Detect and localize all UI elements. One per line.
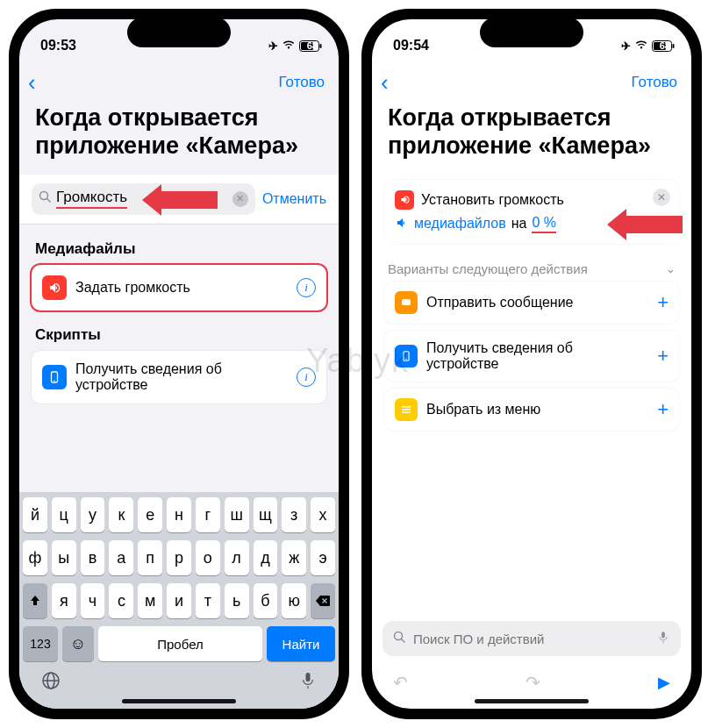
- key-о[interactable]: о: [196, 540, 220, 575]
- add-icon[interactable]: +: [657, 291, 669, 314]
- key-с[interactable]: с: [109, 583, 133, 618]
- key-и[interactable]: и: [167, 583, 191, 618]
- key-г[interactable]: г: [196, 497, 220, 532]
- redo-icon[interactable]: ↷: [526, 672, 540, 693]
- key-з[interactable]: з: [282, 497, 306, 532]
- key-shift[interactable]: [23, 583, 47, 618]
- annotation-arrow: [142, 187, 218, 213]
- key-ж[interactable]: ж: [282, 540, 306, 575]
- key-д[interactable]: д: [254, 540, 278, 575]
- key-т[interactable]: т: [196, 583, 220, 618]
- key-х[interactable]: х: [311, 497, 335, 532]
- info-icon[interactable]: i: [297, 278, 316, 297]
- key-э[interactable]: э: [311, 540, 335, 575]
- annotation-arrow: [607, 211, 683, 238]
- key-ц[interactable]: ц: [52, 497, 76, 532]
- key-е[interactable]: е: [138, 497, 162, 532]
- key-ю[interactable]: ю: [282, 583, 306, 618]
- suggestions-header[interactable]: Варианты следующего действия ⌄: [372, 253, 691, 282]
- key-ш[interactable]: ш: [225, 497, 249, 532]
- info-icon[interactable]: i: [297, 368, 316, 387]
- done-button[interactable]: Готово: [632, 74, 678, 91]
- notch: [127, 18, 231, 47]
- cancel-button[interactable]: Отменить: [262, 191, 326, 207]
- globe-icon[interactable]: [40, 670, 61, 696]
- key-к[interactable]: к: [109, 497, 133, 532]
- title-area: Когда открывается приложение «Камера»: [19, 100, 339, 175]
- add-icon[interactable]: +: [657, 345, 669, 368]
- menu-icon: [395, 398, 418, 421]
- key-search[interactable]: Найти: [267, 626, 335, 661]
- back-button[interactable]: ‹: [28, 69, 36, 96]
- status-time: 09:54: [393, 38, 429, 54]
- chevron-down-icon: ⌄: [666, 262, 676, 275]
- volume-icon: [395, 190, 414, 210]
- key-я[interactable]: я: [52, 583, 76, 618]
- suggestion-label: Отправить сообщение: [426, 295, 648, 310]
- workflow-on: на: [511, 216, 527, 232]
- key-й[interactable]: й: [23, 497, 47, 532]
- undo-icon[interactable]: ↶: [393, 672, 408, 693]
- suggestions-label: Варианты следующего действия: [388, 261, 588, 276]
- notch: [480, 18, 583, 47]
- key-б[interactable]: б: [254, 583, 278, 618]
- screen-left: 09:53 ✈︎ 68 ‹ Готово Когда открывается п…: [19, 19, 339, 709]
- key-123[interactable]: 123: [23, 626, 58, 661]
- svg-point-6: [54, 380, 55, 382]
- search-value: Громкость: [56, 189, 127, 209]
- workflow-media-param[interactable]: медиафайлов: [414, 216, 506, 232]
- search-icon: [39, 190, 52, 207]
- key-м[interactable]: м: [138, 583, 162, 618]
- kb-row-3: ячсмитьбю: [23, 583, 335, 618]
- key-ы[interactable]: ы: [52, 540, 76, 575]
- set-volume-action[interactable]: Задать громкость i: [32, 265, 326, 310]
- key-н[interactable]: н: [167, 497, 191, 532]
- mic-icon[interactable]: [298, 670, 318, 696]
- suggestion-send-message[interactable]: Отправить сообщение +: [384, 282, 679, 324]
- suggestion-menu[interactable]: Выбрать из меню +: [384, 389, 679, 431]
- key-у[interactable]: у: [81, 497, 105, 532]
- mic-icon[interactable]: [656, 630, 670, 648]
- device-icon: [42, 365, 67, 389]
- scripts-section: Скрипты Получить сведения об устройстве …: [19, 310, 339, 403]
- key-р[interactable]: р: [167, 540, 191, 575]
- workflow-action-card[interactable]: ✕ Установить громкость медиафайлов на 0 …: [384, 180, 679, 244]
- remove-action-icon[interactable]: ✕: [653, 189, 670, 206]
- sound-icon: [395, 216, 409, 232]
- svg-rect-17: [402, 406, 411, 408]
- back-button[interactable]: ‹: [381, 69, 389, 96]
- key-в[interactable]: в: [81, 540, 105, 575]
- home-indicator[interactable]: [475, 699, 589, 703]
- search-input[interactable]: [413, 632, 649, 646]
- add-icon[interactable]: +: [657, 398, 669, 421]
- volume-icon: [42, 275, 67, 300]
- key-ч[interactable]: ч: [81, 583, 105, 618]
- clear-icon[interactable]: ✕: [232, 191, 248, 207]
- suggestions-list: Отправить сообщение + Получить сведения …: [372, 282, 691, 431]
- scripts-section-label: Скрипты: [32, 318, 326, 351]
- bottom-search[interactable]: [383, 621, 681, 656]
- page-title: Когда открывается приложение «Камера»: [388, 103, 676, 161]
- workflow-value[interactable]: 0 %: [532, 215, 556, 233]
- key-л[interactable]: л: [225, 540, 249, 575]
- content: Громкость ✕ Отменить Медиафайлы Задать г…: [19, 175, 339, 709]
- key-щ[interactable]: щ: [254, 497, 278, 532]
- device-info-action[interactable]: Получить сведения об устройстве i: [32, 351, 326, 403]
- key-а[interactable]: а: [109, 540, 133, 575]
- key-п[interactable]: п: [138, 540, 162, 575]
- key-emoji[interactable]: ☺: [62, 626, 94, 661]
- suggestion-label: Получить сведения об устройстве: [426, 340, 648, 372]
- key-space[interactable]: Пробел: [98, 626, 262, 661]
- svg-rect-19: [402, 411, 411, 413]
- key-backspace[interactable]: [311, 583, 335, 618]
- set-volume-label: Задать громкость: [75, 280, 288, 296]
- suggestion-label: Выбрать из меню: [426, 402, 648, 418]
- suggestion-device-info[interactable]: Получить сведения об устройстве +: [384, 331, 679, 382]
- home-indicator[interactable]: [122, 699, 236, 703]
- done-button[interactable]: Готово: [279, 74, 325, 91]
- key-ф[interactable]: ф: [23, 540, 47, 575]
- keyboard[interactable]: йцукенгшщзх фывапролджэ ячсмитьбю 123 ☺ …: [19, 492, 339, 709]
- phone-left: 09:53 ✈︎ 68 ‹ Готово Когда открывается п…: [9, 9, 349, 719]
- play-button[interactable]: ▶: [658, 673, 670, 692]
- key-ь[interactable]: ь: [225, 583, 249, 618]
